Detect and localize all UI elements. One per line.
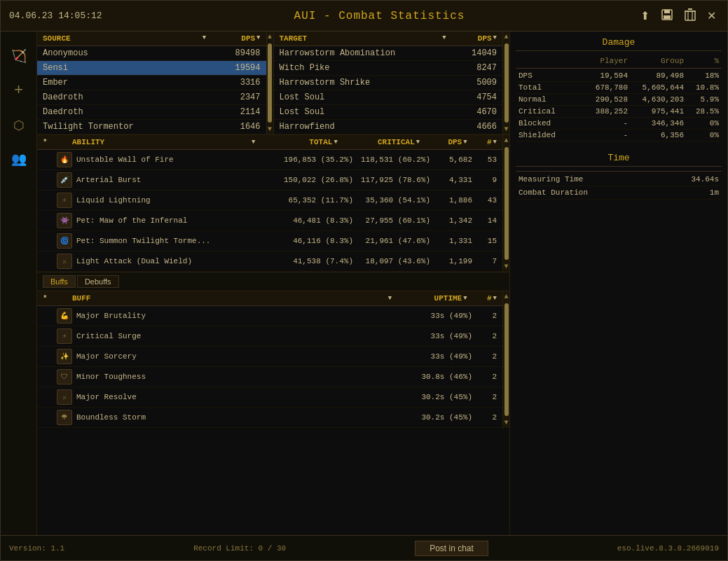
buff-row-uptime: 30.8s (46%) bbox=[402, 373, 472, 381]
buff-row-icon: ✨ bbox=[57, 349, 72, 364]
ability-row-name: Arterial Burst bbox=[76, 176, 276, 184]
target-table-row[interactable]: Lost Soul4754 bbox=[274, 90, 503, 105]
ability-row-hash: 9 bbox=[472, 176, 497, 184]
buff-row-hash: 2 bbox=[472, 312, 497, 320]
debuffs-tab[interactable]: Debuffs bbox=[77, 275, 119, 288]
damage-stat-pct: 0% bbox=[684, 119, 719, 127]
buff-table-body: 💪 Major Brutality 33s (49%) 2 ⚡ Critical… bbox=[37, 306, 502, 428]
source-table-row[interactable]: Twilight Tormentor1646 bbox=[37, 120, 266, 134]
buff-table-row[interactable]: 🛡 Minor Toughness 30.8s (46%) 2 bbox=[37, 367, 502, 387]
ability-row-total: 46,481 (8.3%) bbox=[276, 216, 353, 225]
source-scroll-up[interactable]: ▲ bbox=[266, 32, 273, 42]
source-table-row[interactable]: Anonymous89498 bbox=[37, 46, 266, 61]
target-row-dps: 8247 bbox=[451, 63, 497, 73]
source-scroll-thumb bbox=[268, 43, 272, 123]
source-row-name: Twilight Tormentor bbox=[43, 122, 212, 132]
target-table: TARGET ▼ DPS ▼ Harrowstorm Abomination14… bbox=[274, 32, 510, 134]
top-tables: SOURCE ▼ DPS ▼ Anonymous89498Sensi19594E… bbox=[37, 32, 509, 135]
target-scrollbar[interactable]: ▲ ▼ bbox=[502, 32, 509, 134]
ability-row-dps: 4,331 bbox=[430, 176, 472, 184]
titlebar-controls: ⬆ ✕ bbox=[638, 7, 719, 25]
titlebar-time: 04.06.23 14:05:12 bbox=[9, 11, 121, 21]
damage-stat-group: 4,630,203 bbox=[628, 95, 684, 104]
buff-table-row[interactable]: 💪 Major Brutality 33s (49%) 2 bbox=[37, 306, 502, 326]
buffs-tab[interactable]: Buffs bbox=[43, 275, 76, 288]
ability-scroll-down[interactable]: ▼ bbox=[503, 261, 510, 272]
target-table-row[interactable]: Lost Soul4670 bbox=[274, 105, 503, 120]
target-scroll-down[interactable]: ▼ bbox=[503, 124, 510, 134]
ability-table-row[interactable]: 💉 Arterial Burst 150,022 (26.8%) 117,925… bbox=[37, 170, 502, 191]
time-stat-row: Measuring Time 34.64s bbox=[516, 173, 722, 186]
buff-scroll-down[interactable]: ▼ bbox=[503, 417, 510, 428]
ability-row-name: Unstable Wall of Fire bbox=[76, 155, 276, 164]
source-table-row[interactable]: Sensi19594 bbox=[37, 61, 266, 76]
damage-stat-label: Total bbox=[518, 83, 572, 92]
ability-star-col: * bbox=[43, 138, 57, 146]
buff-table-row[interactable]: 🌩 Boundless Storm 30.2s (45%) 2 bbox=[37, 408, 502, 428]
target-scroll-up[interactable]: ▲ bbox=[503, 32, 510, 42]
damage-stat-player: 678,780 bbox=[572, 83, 628, 92]
buff-table-row[interactable]: ⚔ Major Resolve 30.2s (45%) 2 bbox=[37, 387, 502, 408]
source-table-row[interactable]: Daedroth2114 bbox=[37, 105, 266, 120]
ability-table-row[interactable]: ⚡ Liquid Lightning 65,352 (11.7%) 35,360… bbox=[37, 191, 502, 211]
damage-stat-label: Normal bbox=[518, 95, 572, 104]
ability-row-icon: 💉 bbox=[57, 172, 72, 188]
buff-row-name: Major Brutality bbox=[76, 312, 402, 320]
time-stats-section: Time Measuring Time 34.64s Combat Durati… bbox=[516, 153, 722, 200]
ability-dps-col-header: DPS bbox=[420, 138, 462, 146]
target-col-header: TARGET bbox=[280, 34, 441, 43]
sidebar-icon-shield[interactable]: ⬡ bbox=[11, 115, 27, 136]
sidebar-icon-bow[interactable]: 🏹 bbox=[8, 46, 29, 67]
upload-button[interactable]: ⬆ bbox=[638, 8, 652, 24]
buff-scroll-up[interactable]: ▲ bbox=[503, 291, 510, 302]
target-table-row[interactable]: Harrowfiend4666 bbox=[274, 120, 503, 134]
buff-table-row[interactable]: ✨ Major Sorcery 33s (49%) 2 bbox=[37, 347, 502, 367]
ability-table-row[interactable]: 🌀 Pet: Summon Twilight Torme... 46,116 (… bbox=[37, 231, 502, 251]
target-row-name: Harrowfiend bbox=[280, 122, 452, 132]
buff-row-uptime: 33s (49%) bbox=[402, 312, 472, 320]
ability-table-row[interactable]: 👾 Pet: Maw of the Infernal 46,481 (8.3%)… bbox=[37, 211, 502, 231]
ability-table-row[interactable]: 🔥 Unstable Wall of Fire 196,853 (35.2%) … bbox=[37, 150, 502, 170]
target-row-name: Lost Soul bbox=[280, 107, 452, 117]
source-table-row[interactable]: Ember3316 bbox=[37, 76, 266, 90]
ability-row-icon: 🔥 bbox=[57, 152, 72, 167]
damage-stat-player: - bbox=[572, 131, 628, 139]
ability-table-row[interactable]: ⚔ Light Attack (Dual Wield) 41,538 (7.4%… bbox=[37, 251, 502, 272]
source-scrollbar[interactable]: ▲ ▼ bbox=[266, 32, 273, 134]
source-col-header: SOURCE bbox=[43, 34, 201, 43]
target-table-row[interactable]: Harrowstorm Abomination14049 bbox=[274, 46, 503, 61]
damage-stat-group: 5,605,644 bbox=[628, 83, 684, 92]
post-in-chat-button[interactable]: Post in chat bbox=[415, 541, 488, 556]
buff-scroll-thumb bbox=[504, 303, 509, 416]
buff-scrollbar[interactable]: ▲ ▼ bbox=[502, 291, 509, 428]
target-table-row[interactable]: Harrowstorm Shrike5009 bbox=[274, 76, 503, 90]
target-table-row[interactable]: Witch Pike8247 bbox=[274, 61, 503, 76]
time-stat-label: Measuring Time bbox=[518, 175, 583, 183]
buff-row-hash: 2 bbox=[472, 373, 497, 381]
sidebar-icon-add[interactable]: + bbox=[11, 79, 26, 102]
ability-row-dps: 5,682 bbox=[430, 155, 472, 164]
damage-pct-col: % bbox=[684, 57, 719, 65]
target-row-dps: 4666 bbox=[451, 122, 497, 132]
source-row-dps: 2114 bbox=[212, 107, 261, 117]
eso-version-label: eso.live.8.3.8.2669019 bbox=[617, 544, 719, 553]
save-button[interactable] bbox=[658, 7, 676, 25]
source-table-row[interactable]: Daedroth2347 bbox=[37, 90, 266, 105]
buff-table-row[interactable]: ⚡ Critical Surge 33s (49%) 2 bbox=[37, 326, 502, 347]
source-row-dps: 19594 bbox=[212, 63, 261, 73]
sidebar-icon-group[interactable]: 👥 bbox=[8, 148, 29, 169]
dps-col-header: DPS bbox=[206, 34, 255, 43]
ability-scroll-up[interactable]: ▲ bbox=[503, 135, 510, 146]
ability-scrollbar[interactable]: ▲ ▼ bbox=[502, 135, 509, 272]
uptime-col-header: UPTIME bbox=[392, 294, 462, 303]
dps-sort-arrow: ▼ bbox=[256, 34, 260, 43]
ability-row-dps: 1,886 bbox=[430, 196, 472, 205]
critical-col-header: CRITICAL bbox=[338, 138, 415, 146]
source-scroll-down[interactable]: ▼ bbox=[266, 124, 273, 134]
damage-stat-player: - bbox=[572, 119, 628, 127]
source-table-header: SOURCE ▼ DPS ▼ bbox=[37, 32, 266, 46]
close-button[interactable]: ✕ bbox=[704, 8, 719, 24]
target-row-name: Harrowstorm Abomination bbox=[280, 48, 452, 58]
ability-section: * ABILITY ▼ TOTAL ▼ CRITICAL ▼ DPS ▼ # ▼ bbox=[37, 135, 509, 272]
delete-button[interactable] bbox=[682, 7, 699, 25]
